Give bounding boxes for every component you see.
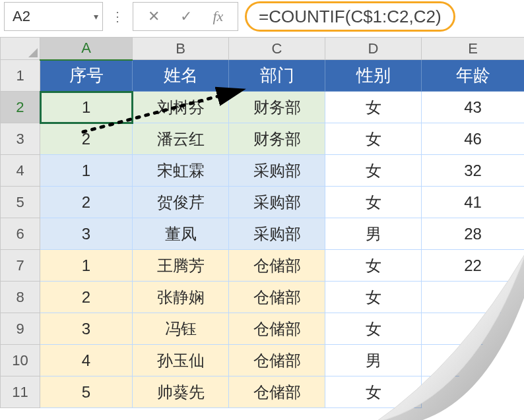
column-header-row: A B C D E xyxy=(1,38,525,60)
cell[interactable]: 2 xyxy=(40,123,133,155)
table-row: 63董凤采购部男28 xyxy=(1,218,525,250)
cell[interactable]: 2 xyxy=(40,187,133,218)
cell[interactable]: 4 xyxy=(40,345,133,376)
fx-icon[interactable]: fx xyxy=(213,8,223,25)
cell[interactable]: 冯钰 xyxy=(133,313,229,345)
row-head[interactable]: 4 xyxy=(1,155,40,187)
cell[interactable]: 宋虹霖 xyxy=(133,155,229,187)
header-cell[interactable]: 部门 xyxy=(229,60,325,92)
cell[interactable]: 5 xyxy=(40,376,133,408)
cell[interactable]: 财务部 xyxy=(229,92,325,123)
cell[interactable]: 女 xyxy=(325,187,422,218)
table-row: 93冯钰仓储部女 xyxy=(1,313,525,345)
cell[interactable]: 仓储部 xyxy=(229,376,325,408)
table-row: 21刘树芬财务部女43 xyxy=(1,92,525,123)
select-all-corner[interactable] xyxy=(1,38,40,60)
cell[interactable]: 刘树芬 xyxy=(133,92,229,123)
cell[interactable]: 32 xyxy=(422,155,525,187)
table-row: 1序号姓名部门性别年龄 xyxy=(1,60,525,92)
cell[interactable]: 财务部 xyxy=(229,123,325,155)
table-row: 52贺俊芹采购部女41 xyxy=(1,187,525,218)
cell[interactable] xyxy=(422,376,525,408)
col-head-d[interactable]: D xyxy=(325,38,422,60)
cell[interactable]: 采购部 xyxy=(229,187,325,218)
cell[interactable]: 女 xyxy=(325,376,422,408)
table-row: 41宋虹霖采购部女32 xyxy=(1,155,525,187)
row-head[interactable]: 6 xyxy=(1,218,40,250)
worksheet: A B C D E 1序号姓名部门性别年龄21刘树芬财务部女4332潘云红财务部… xyxy=(0,37,524,408)
row-head[interactable]: 7 xyxy=(1,250,40,282)
row-head[interactable]: 5 xyxy=(1,187,40,218)
row-head[interactable]: 9 xyxy=(1,313,40,345)
cell[interactable]: 潘云红 xyxy=(133,123,229,155)
cancel-icon[interactable]: ✕ xyxy=(148,8,160,25)
cell[interactable]: 女 xyxy=(325,250,422,282)
cell[interactable]: 仓储部 xyxy=(229,250,325,282)
col-head-b[interactable]: B xyxy=(133,38,229,60)
table-row: 71王腾芳仓储部女22 xyxy=(1,250,525,282)
cell[interactable]: 女 xyxy=(325,155,422,187)
cell[interactable]: 41 xyxy=(422,187,525,218)
cell[interactable]: 3 xyxy=(40,313,133,345)
cell[interactable]: 董凤 xyxy=(133,218,229,250)
cell[interactable]: 1 xyxy=(40,250,133,282)
cell[interactable]: 仓储部 xyxy=(229,313,325,345)
grid[interactable]: A B C D E 1序号姓名部门性别年龄21刘树芬财务部女4332潘云红财务部… xyxy=(0,37,524,408)
cell[interactable]: 张静娴 xyxy=(133,282,229,313)
cell[interactable] xyxy=(422,282,525,313)
cell[interactable]: 女 xyxy=(325,313,422,345)
cell[interactable]: 男 xyxy=(325,218,422,250)
cell[interactable]: 王腾芳 xyxy=(133,250,229,282)
table-row: 115帅葵先仓储部女 xyxy=(1,376,525,408)
cell[interactable]: 22 xyxy=(422,250,525,282)
cell[interactable]: 仓储部 xyxy=(229,282,325,313)
cell[interactable]: 孙玉仙 xyxy=(133,345,229,376)
formula-buttons: ✕ ✓ fx xyxy=(133,2,238,31)
confirm-icon[interactable]: ✓ xyxy=(180,8,192,25)
col-head-a[interactable]: A xyxy=(40,38,133,60)
row-head[interactable]: 11 xyxy=(1,376,40,408)
cell[interactable]: 仓储部 xyxy=(229,345,325,376)
cell[interactable]: 女 xyxy=(325,282,422,313)
table-row: 32潘云红财务部女46 xyxy=(1,123,525,155)
header-cell[interactable]: 性别 xyxy=(325,60,422,92)
col-head-c[interactable]: C xyxy=(229,38,325,60)
cell[interactable]: 采购部 xyxy=(229,218,325,250)
formula-text: =COUNTIF(C$1:C2,C2) xyxy=(259,7,442,27)
cell[interactable]: 1 xyxy=(40,92,133,123)
formula-input[interactable]: =COUNTIF(C$1:C2,C2) xyxy=(245,1,455,32)
cell[interactable]: 采购部 xyxy=(229,155,325,187)
name-box-value: A2 xyxy=(13,8,30,25)
cell[interactable]: 贺俊芹 xyxy=(133,187,229,218)
cell[interactable]: 43 xyxy=(422,92,525,123)
cell[interactable]: 1 xyxy=(40,155,133,187)
cell[interactable] xyxy=(422,313,525,345)
table-row: 82张静娴仓储部女 xyxy=(1,282,525,313)
separator-dots-icon: ⋮ xyxy=(110,9,126,24)
cell[interactable] xyxy=(422,345,525,376)
name-box[interactable]: A2 ▾ xyxy=(4,2,103,31)
header-cell[interactable]: 姓名 xyxy=(133,60,229,92)
row-head[interactable]: 2 xyxy=(1,92,40,123)
formula-bar: A2 ▾ ⋮ ✕ ✓ fx =COUNTIF(C$1:C2,C2) xyxy=(0,0,524,37)
cell[interactable]: 帅葵先 xyxy=(133,376,229,408)
cell[interactable]: 女 xyxy=(325,92,422,123)
row-head[interactable]: 3 xyxy=(1,123,40,155)
col-head-e[interactable]: E xyxy=(422,38,525,60)
table-row: 104孙玉仙仓储部男 xyxy=(1,345,525,376)
cell[interactable]: 28 xyxy=(422,218,525,250)
cell[interactable]: 男 xyxy=(325,345,422,376)
header-cell[interactable]: 年龄 xyxy=(422,60,525,92)
cell[interactable]: 46 xyxy=(422,123,525,155)
cell[interactable]: 3 xyxy=(40,218,133,250)
row-head[interactable]: 8 xyxy=(1,282,40,313)
chevron-down-icon[interactable]: ▾ xyxy=(94,11,98,22)
header-cell[interactable]: 序号 xyxy=(40,60,133,92)
row-head[interactable]: 1 xyxy=(1,60,40,92)
cell[interactable]: 女 xyxy=(325,123,422,155)
cell[interactable]: 2 xyxy=(40,282,133,313)
row-head[interactable]: 10 xyxy=(1,345,40,376)
